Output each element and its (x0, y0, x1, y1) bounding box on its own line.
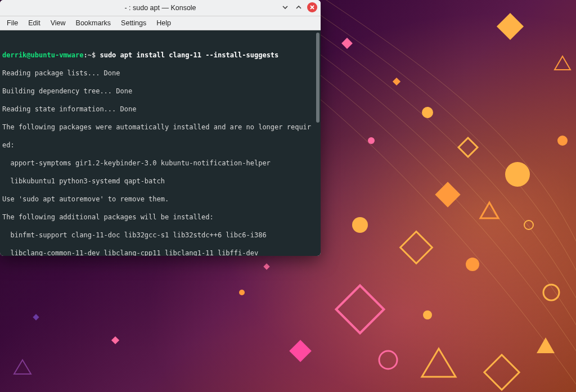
terminal-output-line: Reading package lists... Done (2, 69, 317, 78)
terminal-output-line: libkubuntu1 python3-systemd qapt-batch (2, 177, 317, 186)
chevron-down-icon (282, 4, 289, 11)
close-button[interactable] (307, 2, 317, 12)
terminal-output-line: libclang-common-11-dev libclang-cpp11 li… (2, 249, 317, 256)
svg-rect-1 (341, 38, 353, 49)
menu-file[interactable]: File (7, 19, 18, 27)
terminal-output-line: Use 'sudo apt autoremove' to remove them… (2, 195, 317, 204)
svg-marker-17 (537, 337, 555, 353)
svg-marker-12 (422, 349, 456, 377)
terminal-output-line: binfmt-support clang-11-doc lib32gcc-s1 … (2, 231, 317, 240)
svg-rect-20 (111, 336, 119, 344)
svg-marker-26 (555, 56, 570, 70)
menu-view[interactable]: View (51, 19, 66, 27)
menu-bookmarks[interactable]: Bookmarks (76, 19, 111, 27)
prompt-line: derrik@ubuntu-vmware:~$ sudo apt install… (2, 51, 317, 60)
svg-point-19 (423, 310, 432, 319)
svg-rect-25 (435, 182, 460, 207)
svg-point-13 (379, 351, 397, 369)
svg-point-27 (557, 136, 568, 146)
window-title: - : sudo apt — Konsole (124, 4, 196, 12)
menubar: File Edit View Bookmarks Settings Help (0, 16, 321, 30)
terminal-output-line: ed: (2, 141, 317, 150)
konsole-window: - : sudo apt — Konsole File Edit View Bo… (0, 0, 321, 256)
terminal-output-line: Building dependency tree... Done (2, 87, 317, 96)
svg-marker-22 (14, 360, 31, 374)
window-controls (280, 2, 317, 12)
svg-point-15 (524, 220, 533, 229)
svg-rect-21 (33, 314, 39, 320)
terminal-output-line: The following additional packages will b… (2, 213, 317, 222)
prompt-command: sudo apt install clang-11 --install-sugg… (100, 51, 278, 59)
menu-settings[interactable]: Settings (121, 19, 146, 27)
svg-rect-24 (263, 263, 269, 269)
prompt-user-host: derrik@ubuntu-vmware (2, 51, 84, 59)
terminal-output-line: apport-symptoms gir1.2-keybinder-3.0 kub… (2, 159, 317, 168)
terminal-area[interactable]: derrik@ubuntu-vmware:~$ sudo apt install… (0, 30, 321, 256)
svg-point-10 (466, 258, 479, 271)
close-icon (309, 4, 315, 10)
svg-rect-2 (393, 78, 400, 85)
svg-rect-9 (400, 232, 433, 264)
terminal-output-line: The following packages were automaticall… (2, 123, 317, 132)
svg-point-3 (422, 107, 433, 118)
prompt-sep: : (84, 51, 88, 59)
prompt-path: ~ (88, 51, 92, 59)
svg-rect-14 (289, 340, 312, 362)
titlebar[interactable]: - : sudo apt — Konsole (0, 0, 321, 16)
svg-marker-7 (480, 202, 498, 218)
maximize-button[interactable] (294, 2, 304, 12)
svg-rect-5 (458, 138, 478, 157)
terminal-scrollbar[interactable] (316, 33, 320, 123)
svg-rect-18 (484, 355, 519, 390)
prompt-dollar: $ (92, 51, 96, 59)
svg-point-23 (239, 290, 245, 295)
minimize-button[interactable] (280, 2, 290, 12)
menu-help[interactable]: Help (156, 19, 171, 27)
terminal-output-line: Reading state information... Done (2, 105, 317, 114)
svg-rect-11 (336, 286, 384, 334)
svg-point-6 (505, 162, 530, 187)
chevron-up-icon (295, 4, 302, 11)
menu-edit[interactable]: Edit (28, 19, 40, 27)
svg-point-8 (352, 217, 368, 233)
svg-rect-0 (497, 13, 524, 40)
svg-point-4 (368, 137, 375, 144)
